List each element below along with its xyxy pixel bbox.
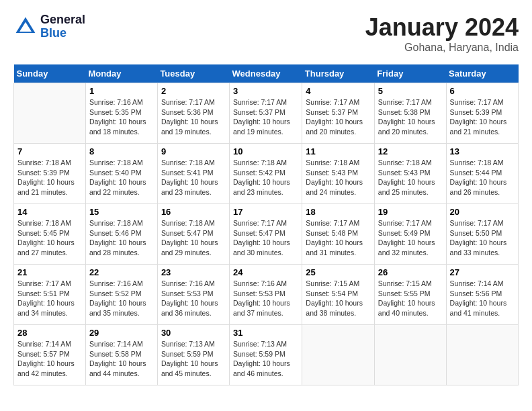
day-info: Sunrise: 7:18 AM Sunset: 5:47 PM Dayligh… [161, 218, 226, 258]
day-number: 11 [306, 146, 371, 156]
day-cell: 25Sunrise: 7:15 AM Sunset: 5:54 PM Dayli… [302, 265, 375, 325]
day-info: Sunrise: 7:16 AM Sunset: 5:35 PM Dayligh… [89, 97, 154, 137]
day-number: 27 [450, 267, 515, 277]
location: Gohana, Haryana, India [365, 42, 519, 54]
day-info: Sunrise: 7:18 AM Sunset: 5:43 PM Dayligh… [306, 158, 371, 197]
header-cell-monday: Monday [85, 64, 157, 83]
day-info: Sunrise: 7:17 AM Sunset: 5:39 PM Dayligh… [450, 97, 515, 137]
day-number: 30 [161, 328, 226, 338]
week-row-2: 7Sunrise: 7:18 AM Sunset: 5:39 PM Daylig… [14, 144, 519, 204]
day-number: 13 [450, 146, 515, 156]
day-number: 18 [306, 207, 371, 217]
day-cell: 1Sunrise: 7:16 AM Sunset: 5:35 PM Daylig… [85, 83, 157, 144]
day-info: Sunrise: 7:13 AM Sunset: 5:59 PM Dayligh… [233, 339, 298, 379]
day-cell: 30Sunrise: 7:13 AM Sunset: 5:59 PM Dayli… [157, 325, 229, 385]
day-cell [302, 325, 375, 385]
page-header: General Blue January 2024 Gohana, Haryan… [13, 13, 519, 54]
calendar-table: SundayMondayTuesdayWednesdayThursdayFrid… [13, 64, 519, 385]
day-cell: 22Sunrise: 7:16 AM Sunset: 5:52 PM Dayli… [85, 265, 157, 325]
day-info: Sunrise: 7:13 AM Sunset: 5:59 PM Dayligh… [161, 339, 226, 379]
day-cell: 27Sunrise: 7:14 AM Sunset: 5:56 PM Dayli… [446, 265, 518, 325]
day-cell: 12Sunrise: 7:18 AM Sunset: 5:43 PM Dayli… [374, 144, 446, 204]
day-number: 21 [17, 267, 82, 277]
day-cell: 17Sunrise: 7:17 AM Sunset: 5:47 PM Dayli… [230, 204, 302, 265]
day-cell: 14Sunrise: 7:18 AM Sunset: 5:45 PM Dayli… [14, 204, 86, 265]
day-cell: 2Sunrise: 7:17 AM Sunset: 5:36 PM Daylig… [157, 83, 229, 144]
day-info: Sunrise: 7:16 AM Sunset: 5:52 PM Dayligh… [89, 279, 154, 318]
day-cell: 9Sunrise: 7:18 AM Sunset: 5:41 PM Daylig… [157, 144, 229, 204]
day-info: Sunrise: 7:17 AM Sunset: 5:50 PM Dayligh… [450, 218, 515, 258]
day-cell: 10Sunrise: 7:18 AM Sunset: 5:42 PM Dayli… [230, 144, 302, 204]
day-number: 3 [233, 86, 298, 96]
day-info: Sunrise: 7:18 AM Sunset: 5:39 PM Dayligh… [17, 158, 82, 197]
day-cell: 23Sunrise: 7:16 AM Sunset: 5:53 PM Dayli… [157, 265, 229, 325]
day-number: 2 [161, 86, 226, 96]
day-number: 7 [17, 146, 82, 156]
day-cell: 6Sunrise: 7:17 AM Sunset: 5:39 PM Daylig… [446, 83, 518, 144]
day-cell: 13Sunrise: 7:18 AM Sunset: 5:44 PM Dayli… [446, 144, 518, 204]
day-info: Sunrise: 7:14 AM Sunset: 5:58 PM Dayligh… [89, 339, 154, 379]
day-cell: 18Sunrise: 7:17 AM Sunset: 5:48 PM Dayli… [302, 204, 375, 265]
day-info: Sunrise: 7:18 AM Sunset: 5:43 PM Dayligh… [378, 158, 443, 197]
title-area: January 2024 Gohana, Haryana, India [365, 13, 519, 54]
day-number: 23 [161, 267, 226, 277]
day-number: 22 [89, 267, 154, 277]
day-number: 17 [233, 207, 298, 217]
header-cell-thursday: Thursday [302, 64, 375, 83]
day-info: Sunrise: 7:18 AM Sunset: 5:46 PM Dayligh… [89, 218, 154, 258]
day-number: 9 [161, 146, 226, 156]
day-cell: 16Sunrise: 7:18 AM Sunset: 5:47 PM Dayli… [157, 204, 229, 265]
day-number: 6 [450, 86, 515, 96]
header-cell-saturday: Saturday [446, 64, 518, 83]
week-row-3: 14Sunrise: 7:18 AM Sunset: 5:45 PM Dayli… [14, 204, 519, 265]
day-cell: 19Sunrise: 7:17 AM Sunset: 5:49 PM Dayli… [374, 204, 446, 265]
week-row-4: 21Sunrise: 7:17 AM Sunset: 5:51 PM Dayli… [14, 265, 519, 325]
header-cell-tuesday: Tuesday [157, 64, 229, 83]
day-cell: 7Sunrise: 7:18 AM Sunset: 5:39 PM Daylig… [14, 144, 86, 204]
day-info: Sunrise: 7:14 AM Sunset: 5:56 PM Dayligh… [450, 279, 515, 318]
day-number: 10 [233, 146, 298, 156]
header-cell-wednesday: Wednesday [230, 64, 302, 83]
calendar-header: SundayMondayTuesdayWednesdayThursdayFrid… [14, 64, 519, 83]
month-title: January 2024 [365, 13, 519, 42]
day-number: 15 [89, 207, 154, 217]
day-info: Sunrise: 7:18 AM Sunset: 5:40 PM Dayligh… [89, 158, 154, 197]
day-number: 26 [378, 267, 443, 277]
header-cell-sunday: Sunday [14, 64, 86, 83]
day-number: 28 [17, 328, 82, 338]
day-cell [374, 325, 446, 385]
day-info: Sunrise: 7:18 AM Sunset: 5:42 PM Dayligh… [233, 158, 298, 197]
logo-text: General Blue [40, 13, 85, 40]
day-info: Sunrise: 7:17 AM Sunset: 5:37 PM Dayligh… [306, 97, 371, 137]
day-number: 14 [17, 207, 82, 217]
day-number: 16 [161, 207, 226, 217]
day-number: 20 [450, 207, 515, 217]
day-cell: 24Sunrise: 7:16 AM Sunset: 5:53 PM Dayli… [230, 265, 302, 325]
day-info: Sunrise: 7:17 AM Sunset: 5:37 PM Dayligh… [233, 97, 298, 137]
day-number: 31 [233, 328, 298, 338]
day-cell: 29Sunrise: 7:14 AM Sunset: 5:58 PM Dayli… [85, 325, 157, 385]
day-info: Sunrise: 7:18 AM Sunset: 5:44 PM Dayligh… [450, 158, 515, 197]
header-row: SundayMondayTuesdayWednesdayThursdayFrid… [14, 64, 519, 83]
day-info: Sunrise: 7:17 AM Sunset: 5:38 PM Dayligh… [378, 97, 443, 137]
day-number: 8 [89, 146, 154, 156]
day-info: Sunrise: 7:14 AM Sunset: 5:57 PM Dayligh… [17, 339, 82, 379]
week-row-5: 28Sunrise: 7:14 AM Sunset: 5:57 PM Dayli… [14, 325, 519, 385]
day-cell: 5Sunrise: 7:17 AM Sunset: 5:38 PM Daylig… [374, 83, 446, 144]
day-cell: 15Sunrise: 7:18 AM Sunset: 5:46 PM Dayli… [85, 204, 157, 265]
day-info: Sunrise: 7:18 AM Sunset: 5:41 PM Dayligh… [161, 158, 226, 197]
logo-icon [13, 15, 38, 39]
day-info: Sunrise: 7:16 AM Sunset: 5:53 PM Dayligh… [233, 279, 298, 318]
day-cell: 4Sunrise: 7:17 AM Sunset: 5:37 PM Daylig… [302, 83, 375, 144]
day-info: Sunrise: 7:15 AM Sunset: 5:55 PM Dayligh… [378, 279, 443, 318]
day-cell: 28Sunrise: 7:14 AM Sunset: 5:57 PM Dayli… [14, 325, 86, 385]
day-info: Sunrise: 7:17 AM Sunset: 5:36 PM Dayligh… [161, 97, 226, 137]
day-number: 5 [378, 86, 443, 96]
logo-blue-text: Blue [40, 27, 85, 40]
day-cell: 31Sunrise: 7:13 AM Sunset: 5:59 PM Dayli… [230, 325, 302, 385]
day-number: 25 [306, 267, 371, 277]
day-info: Sunrise: 7:17 AM Sunset: 5:47 PM Dayligh… [233, 218, 298, 258]
week-row-1: 1Sunrise: 7:16 AM Sunset: 5:35 PM Daylig… [14, 83, 519, 144]
day-cell [446, 325, 518, 385]
day-cell [14, 83, 86, 144]
